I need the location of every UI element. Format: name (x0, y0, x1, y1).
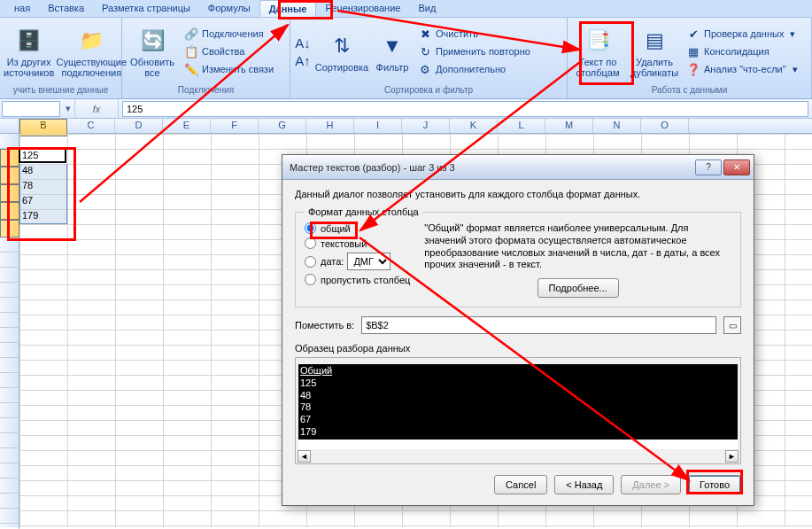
row-header[interactable] (0, 237, 19, 253)
from-other-sources-button[interactable]: 🗄️ Из других источников (4, 25, 54, 78)
row-header[interactable] (0, 283, 19, 298)
col-header-n[interactable]: N (593, 119, 641, 133)
formula-input[interactable]: 125 (122, 101, 808, 117)
row-header[interactable] (0, 494, 19, 509)
advanced-icon: ⚙ (418, 62, 432, 76)
col-header-c[interactable]: C (67, 119, 115, 133)
destination-input[interactable] (361, 316, 716, 334)
row-header[interactable] (0, 328, 19, 343)
row-header[interactable] (0, 202, 19, 220)
row-header[interactable] (0, 478, 19, 494)
properties-button[interactable]: 📋Свойства (182, 43, 275, 59)
row-header[interactable] (0, 373, 19, 388)
name-box[interactable] (2, 101, 60, 117)
row-header[interactable] (0, 253, 19, 268)
row-header[interactable] (0, 167, 19, 184)
cell[interactable]: 48 (19, 164, 67, 179)
scroll-left-button[interactable]: ◄ (298, 450, 311, 463)
row-header[interactable] (0, 418, 19, 433)
col-header-i[interactable]: I (354, 119, 402, 133)
row-header[interactable] (0, 220, 19, 237)
row-header[interactable] (0, 448, 19, 463)
tab-home[interactable]: ная (5, 0, 39, 17)
col-header-k[interactable]: K (450, 119, 498, 133)
row-header[interactable] (0, 149, 19, 167)
sort-button[interactable]: ⇅ Сортировка (315, 30, 368, 73)
row-header[interactable] (0, 388, 19, 403)
reapply-icon: ↻ (418, 44, 432, 58)
radio-skip[interactable]: пропустить столбец (305, 274, 410, 285)
cell[interactable]: 78 (19, 179, 67, 194)
preview-area[interactable]: Общий 125 48 78 67 179 (298, 364, 738, 449)
advanced-filter-button[interactable]: ⚙Дополнительно (416, 61, 532, 77)
row-header[interactable] (0, 268, 19, 283)
text-to-columns-button[interactable]: 📑 Текст по столбцам (571, 25, 624, 78)
existing-connections-button[interactable]: 📁 Существующие подключения (58, 25, 125, 78)
tab-view[interactable]: Вид (409, 0, 445, 17)
scroll-right-button[interactable]: ► (725, 450, 739, 463)
sort-asc-button[interactable]: A↓ (294, 35, 312, 51)
consolidate-icon: ▦ (686, 44, 700, 58)
cell[interactable]: 179 (19, 209, 67, 224)
row-header[interactable] (0, 509, 19, 524)
row-headers (0, 134, 19, 527)
filter-button[interactable]: ▼ Фильтр (372, 30, 413, 73)
sort-desc-button[interactable]: A↑ (294, 52, 312, 68)
row-header[interactable] (0, 134, 19, 149)
btn-label: Из других источников (4, 57, 54, 78)
more-button[interactable]: Подробнее... (537, 278, 619, 298)
radio-date[interactable]: дата: (305, 256, 344, 268)
fx-button[interactable]: fx (74, 99, 119, 118)
col-header-f[interactable]: F (211, 119, 259, 133)
radio-text[interactable]: текстовый (305, 237, 410, 249)
col-header-o[interactable]: O (641, 119, 689, 133)
clear-filter-button[interactable]: ✖Очистить (416, 26, 532, 42)
col-header-d[interactable]: D (115, 119, 163, 133)
text-to-columns-icon: 📑 (584, 27, 612, 55)
select-all-corner[interactable] (0, 119, 19, 133)
col-header-m[interactable]: M (545, 119, 593, 133)
preview-h-scrollbar[interactable]: ◄ ► (296, 449, 740, 463)
consolidate-button[interactable]: ▦Консолидация (684, 43, 800, 59)
radio-general[interactable]: общий (305, 222, 410, 234)
name-box-dropdown[interactable]: ▾ (62, 103, 74, 114)
date-format-select[interactable]: ДМГ (347, 253, 391, 270)
tab-data[interactable]: Данные (259, 0, 317, 17)
tab-insert[interactable]: Вставка (39, 0, 93, 17)
col-header-j[interactable]: J (402, 119, 450, 133)
row-header[interactable] (0, 524, 19, 529)
finish-button[interactable]: Готово (688, 475, 741, 494)
data-validation-button[interactable]: ✔Проверка данных ▾ (684, 26, 800, 42)
collapse-dialog-button[interactable]: ▭ (723, 316, 741, 334)
row-header[interactable] (0, 313, 19, 328)
what-if-button[interactable]: ❓Анализ "что-если" ▾ (684, 61, 800, 77)
col-header-g[interactable]: G (259, 119, 306, 133)
fieldset-legend: Формат данных столбца (305, 206, 422, 217)
cancel-button[interactable]: Cancel (494, 475, 547, 494)
tab-layout[interactable]: Разметка страницы (93, 0, 199, 17)
refresh-all-button[interactable]: 🔄 Обновить все (126, 25, 179, 78)
cell[interactable]: 67 (19, 194, 67, 209)
row-header[interactable] (0, 298, 19, 313)
connections-button[interactable]: 🔗Подключения (182, 26, 275, 42)
row-header[interactable] (0, 463, 19, 478)
row-header[interactable] (0, 403, 19, 418)
row-header[interactable] (0, 184, 19, 202)
back-button[interactable]: < Назад (554, 475, 614, 494)
col-header-l[interactable]: L (498, 119, 545, 133)
close-button[interactable]: ✕ (723, 159, 750, 175)
tab-formulas[interactable]: Формулы (199, 0, 259, 17)
row-header[interactable] (0, 433, 19, 448)
reapply-filter-button[interactable]: ↻Применить повторно (416, 43, 532, 59)
funnel-icon: ▼ (378, 32, 406, 60)
col-header-h[interactable]: H (306, 119, 354, 133)
row-header[interactable] (0, 343, 19, 358)
tab-review[interactable]: Рецензирование (316, 0, 409, 17)
help-button[interactable]: ? (695, 159, 722, 175)
col-header-e[interactable]: E (163, 119, 211, 133)
row-header[interactable] (0, 358, 19, 373)
edit-links-button[interactable]: ✏️Изменить связи (182, 61, 275, 77)
dialog-titlebar[interactable]: Мастер текстов (разбор) - шаг 3 из 3 ? ✕ (282, 155, 754, 180)
btn-label: Сортировка (315, 62, 368, 73)
remove-duplicates-button[interactable]: ▤ Удалить дубликаты (628, 25, 681, 78)
